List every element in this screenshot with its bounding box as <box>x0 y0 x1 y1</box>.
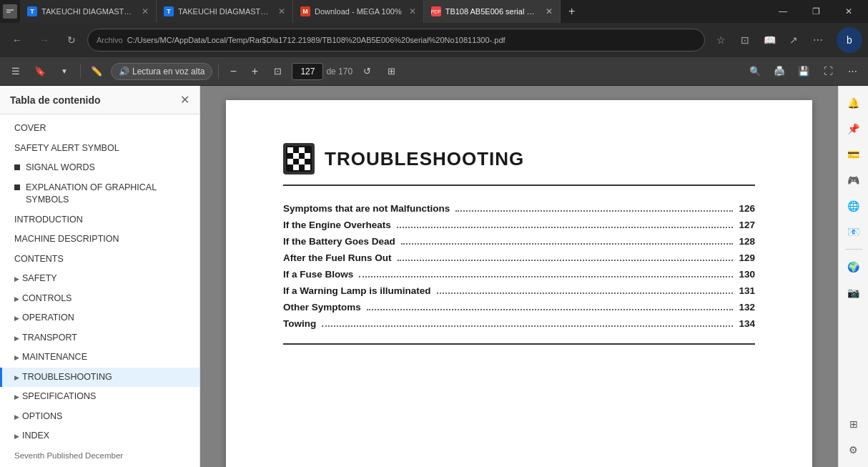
tab-3-favicon: M <box>300 6 310 16</box>
toc-row-6-page: 132 <box>739 302 755 313</box>
tab-1[interactable]: T TAKEUCHI DIAGMASTER ENGINE ✕ <box>20 0 157 23</box>
new-tab-button[interactable]: + <box>561 0 583 23</box>
rs-notifications-btn[interactable]: 🔔 <box>842 92 865 114</box>
toc-item-controls[interactable]: ▶ CONTROLS <box>0 289 199 309</box>
save-btn[interactable]: 💾 <box>794 62 814 82</box>
arrow-operation: ▶ <box>14 314 19 323</box>
toc-label-troubleshooting: TROUBLESHOOTING <box>22 371 189 384</box>
arrow-maintenance: ▶ <box>14 353 19 363</box>
svg-rect-14 <box>287 164 293 170</box>
back-button[interactable]: ← <box>6 29 29 51</box>
refresh-button[interactable]: ↻ <box>60 29 83 51</box>
tab-4[interactable]: PDF TB108 AB5E006 serial No10811300 ✕ <box>424 0 561 23</box>
toc-item-signal-words[interactable]: SIGNAL WORDS <box>0 158 199 178</box>
tab-4-label: TB108 AB5E006 serial No10811300 <box>445 7 538 16</box>
tab-2[interactable]: T TAKEUCHI DIAGMASTER ENGINE ✕ <box>157 0 293 23</box>
tab-3[interactable]: M Download - MEGA 100% ✕ <box>293 0 424 23</box>
toc-label-signal-words: SIGNAL WORDS <box>26 162 189 174</box>
toc-label-contents: CONTENTS <box>14 253 189 266</box>
hamburger-menu[interactable]: ☰ <box>6 62 26 82</box>
rs-outlook-btn[interactable]: 📧 <box>842 220 865 243</box>
rs-edge-btn[interactable]: 🌐 <box>842 195 865 217</box>
toc-row-7-page: 134 <box>739 318 755 329</box>
toc-row-6-label: Other Symptoms <box>283 302 361 313</box>
toc-row-5-label: If a Warning Lamp is illuminated <box>283 285 431 296</box>
page-total: de 170 <box>326 67 352 77</box>
toc-item-troubleshooting[interactable]: ▶ TROUBLESHOOTING <box>0 368 199 388</box>
arrow-controls: ▶ <box>14 295 19 304</box>
toc-row-5-dots <box>437 293 734 294</box>
expand-btn[interactable]: ⛶ <box>818 62 838 82</box>
toc-item-cover[interactable]: COVER <box>0 119 199 139</box>
svg-rect-11 <box>293 159 299 164</box>
svg-rect-8 <box>299 153 305 159</box>
toc-item-transport[interactable]: ▶ TRANSPORT <box>0 328 199 348</box>
toc-item-safety[interactable]: ▶ SAFETY <box>0 269 199 289</box>
chevron-down-btn[interactable]: ▼ <box>54 62 74 82</box>
print-btn[interactable]: 🖨️ <box>769 62 789 82</box>
toc-item-index[interactable]: ▶ INDEX <box>0 426 199 446</box>
reader-btn[interactable]: 📖 <box>758 29 781 51</box>
toc-label-index: INDEX <box>22 430 189 443</box>
address-actions: ☆ ⊡ 📖 ↗ ⋯ <box>709 29 829 51</box>
draw-btn[interactable]: ✏️ <box>87 62 107 82</box>
toc-row-5: If a Warning Lamp is illuminated 131 <box>283 282 755 299</box>
page-input[interactable]: 127 <box>292 63 323 80</box>
toc-item-contents[interactable]: CONTENTS <box>0 250 199 270</box>
search-btn[interactable]: 🔍 <box>745 62 765 82</box>
minimize-button[interactable]: — <box>766 0 799 23</box>
two-page-btn[interactable]: ⊞ <box>381 62 401 82</box>
read-aloud-button[interactable]: 🔊 Lectura en voz alta <box>111 63 212 80</box>
protocol-label: Archivo <box>97 36 123 44</box>
toc-row-7-dots <box>322 325 733 327</box>
more-options-btn[interactable]: ⋯ <box>842 62 862 82</box>
sidebar-header: Tabla de contenido ✕ <box>0 86 199 114</box>
favorites-button[interactable]: ☆ <box>709 29 732 51</box>
toc-item-machine-desc[interactable]: MACHINE DESCRIPTION <box>0 230 199 250</box>
share-btn[interactable]: ↗ <box>782 29 805 51</box>
rs-translate-btn[interactable]: 🌍 <box>842 255 865 278</box>
toc-label-cover: COVER <box>14 122 189 135</box>
split-btn[interactable]: ⊡ <box>734 29 756 51</box>
rs-layout-btn[interactable]: ⊞ <box>842 413 865 436</box>
tab-2-close[interactable]: ✕ <box>278 6 285 16</box>
toc-item-explanation[interactable]: EXPLANATION OF GRAPHICAL SYMBOLS <box>0 178 199 210</box>
tab-4-close[interactable]: ✕ <box>546 6 553 16</box>
toc-label-safety-alert: SAFETY ALERT SYMBOL <box>14 142 189 155</box>
tab-3-close[interactable]: ✕ <box>409 6 416 16</box>
fit-page-btn[interactable]: ⊡ <box>267 62 287 82</box>
pdf-area[interactable]: TROUBLESHOOTING Symptoms that are not Ma… <box>200 86 838 467</box>
rs-games-btn[interactable]: 🎮 <box>842 169 865 192</box>
close-button[interactable]: ✕ <box>832 0 865 23</box>
rs-collections-btn[interactable]: 📌 <box>842 117 865 140</box>
rs-settings-btn[interactable]: ⚙ <box>842 438 865 461</box>
toc-label-maintenance: MAINTENANCE <box>22 351 189 364</box>
toc-item-introduction[interactable]: INTRODUCTION <box>0 210 199 230</box>
settings-btn[interactable]: ⋯ <box>807 29 829 51</box>
toc-item-specifications[interactable]: ▶ SPECIFICATIONS <box>0 387 199 407</box>
forward-button[interactable]: → <box>33 29 56 51</box>
rotate-btn[interactable]: ↺ <box>357 62 377 82</box>
sidebar-close-button[interactable]: ✕ <box>180 93 189 107</box>
bullet-explanation <box>14 185 20 190</box>
toc-row-2-label: If the Battery Goes Dead <box>283 236 395 247</box>
rs-wallet-btn[interactable]: 💳 <box>842 143 865 166</box>
app-icon <box>3 4 17 19</box>
toc-item-maintenance[interactable]: ▶ MAINTENANCE <box>0 348 199 368</box>
toc-row-7-label: Towing <box>283 318 316 329</box>
toc-item-options[interactable]: ▶ OPTIONS <box>0 407 199 427</box>
bookmarks-btn[interactable]: 🔖 <box>30 62 50 82</box>
toc-row-2: If the Battery Goes Dead 128 <box>283 233 755 250</box>
edge-copilot-btn[interactable]: b <box>837 27 862 53</box>
zoom-in-btn[interactable]: + <box>246 63 263 80</box>
tab-1-close[interactable]: ✕ <box>142 6 149 16</box>
toc-row-3-label: After the Fuel Runs Out <box>283 252 392 263</box>
address-input[interactable]: Archivo C:/Users/MC/AppData/Local/Temp/R… <box>87 29 705 51</box>
svg-rect-5 <box>305 147 310 153</box>
toc-row-3-dots <box>398 260 734 261</box>
zoom-out-btn[interactable]: − <box>225 63 242 80</box>
toc-item-operation[interactable]: ▶ OPERATION <box>0 308 199 328</box>
maximize-button[interactable]: ❐ <box>799 0 832 23</box>
toc-item-safety-alert[interactable]: SAFETY ALERT SYMBOL <box>0 139 199 159</box>
rs-screenshot-btn[interactable]: 📷 <box>842 281 865 304</box>
